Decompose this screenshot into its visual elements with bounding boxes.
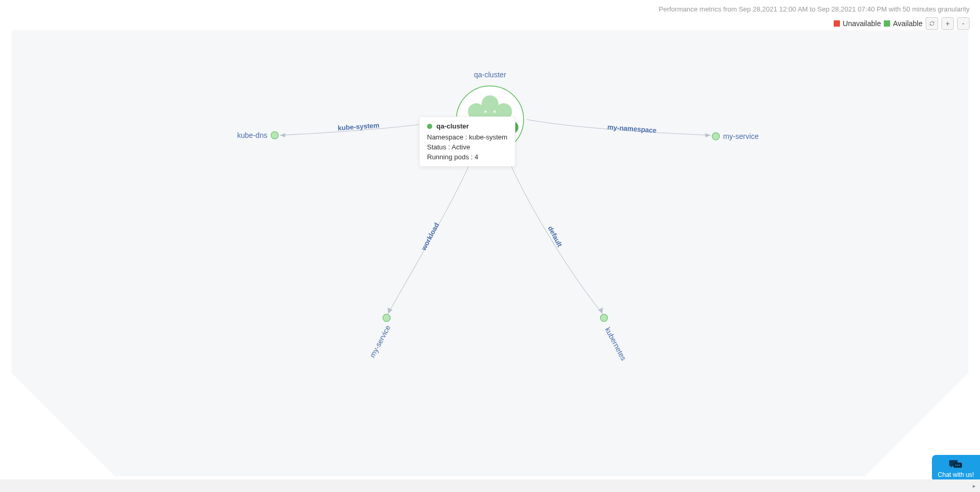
node-my-service-bottom-dot[interactable] xyxy=(383,314,390,322)
swatch-green-icon xyxy=(884,20,890,27)
legend-available: Available xyxy=(884,19,923,28)
svg-point-14 xyxy=(959,465,960,466)
edge-label-kube-system: kube-system xyxy=(338,121,380,132)
node-kubernetes-label: kubernetes xyxy=(604,326,628,362)
svg-point-12 xyxy=(955,465,956,466)
chat-widget[interactable]: Chat with us! xyxy=(932,455,980,482)
refresh-button[interactable] xyxy=(926,17,938,30)
node-my-service-right-label: my-service xyxy=(723,132,759,140)
legend-unavailable: Unavailable xyxy=(834,19,881,28)
footer-bar: ▸ xyxy=(0,479,980,492)
refresh-icon xyxy=(929,20,935,27)
arrowhead-right xyxy=(705,133,710,137)
metrics-timerange-label: Performance metrics from Sep 28,2021 12:… xyxy=(659,0,970,13)
arrowhead-left xyxy=(280,133,285,137)
chat-icon xyxy=(949,459,963,470)
legend-unavailable-label: Unavailable xyxy=(843,19,881,28)
svg-point-13 xyxy=(957,465,958,466)
node-my-service-right-dot[interactable] xyxy=(712,133,719,140)
edge-label-workload: workload xyxy=(419,221,441,252)
cluster-node-label: qa-cluster xyxy=(474,71,506,79)
status-dot-icon xyxy=(427,124,432,129)
arrowhead-downright xyxy=(598,307,603,313)
swatch-red-icon xyxy=(834,20,840,27)
edge-label-default: default xyxy=(546,225,564,248)
chat-label: Chat with us! xyxy=(938,471,974,478)
footer-chevron-icon: ▸ xyxy=(973,483,976,489)
tooltip-namespace: Namespace : kube-system xyxy=(427,133,508,141)
zoom-out-button[interactable]: - xyxy=(957,17,970,30)
node-kube-dns-label: kube-dns xyxy=(237,131,268,139)
tooltip-running-pods: Running pods : 4 xyxy=(427,153,508,161)
topology-svg: kube-system my-namespace workload defaul… xyxy=(11,30,969,476)
topology-canvas[interactable]: kube-system my-namespace workload defaul… xyxy=(11,30,969,476)
cluster-tooltip: qa-cluster Namespace : kube-system Statu… xyxy=(419,116,515,167)
legend-available-label: Available xyxy=(893,19,923,28)
edge-label-my-namespace: my-namespace xyxy=(607,123,657,135)
tooltip-title: qa-cluster xyxy=(436,122,469,130)
header-bar: Performance metrics from Sep 28,2021 12:… xyxy=(659,0,970,30)
arrowhead-downleft xyxy=(388,307,393,313)
tooltip-status: Status : Active xyxy=(427,143,508,151)
node-kube-dns-dot[interactable] xyxy=(271,132,279,139)
zoom-in-button[interactable]: + xyxy=(941,17,954,30)
node-my-service-bottom-label: my-service xyxy=(368,324,392,359)
node-kubernetes-dot[interactable] xyxy=(600,314,607,322)
legend-row: Unavailable Available + - xyxy=(659,17,970,30)
